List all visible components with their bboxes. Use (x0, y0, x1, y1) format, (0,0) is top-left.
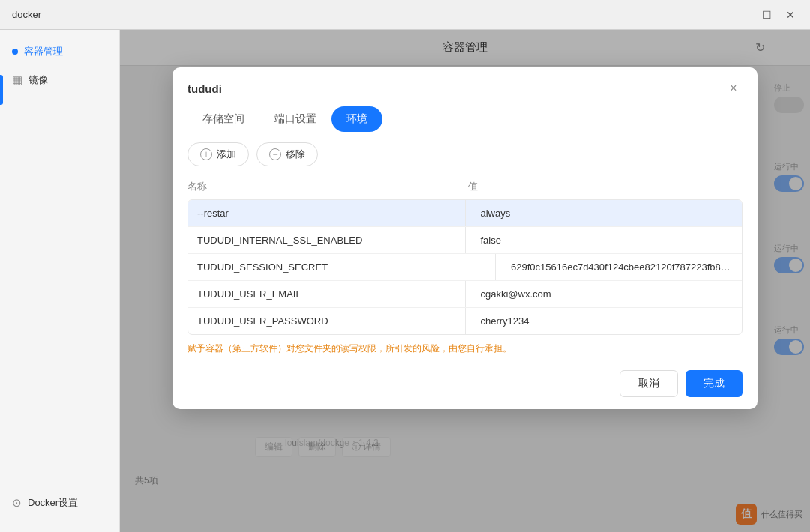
tab-ports[interactable]: 端口设置 (260, 106, 332, 132)
sidebar-item-mirror[interactable]: ▦ 镜像 (0, 66, 119, 94)
add-button[interactable]: + 添加 (188, 142, 249, 166)
env-table-body: --restar always TUDUDI_INTERNAL_SSL_ENAB… (188, 199, 742, 335)
titlebar: docker — ☐ ✕ (0, 0, 810, 30)
tab-environment[interactable]: 环境 (332, 106, 382, 132)
env-name-4: TUDUDI_USER_PASSWORD (188, 308, 459, 334)
remove-label: 移除 (286, 148, 305, 161)
table-row[interactable]: --restar always (188, 200, 742, 227)
env-table: 名称 值 --restar always TUDUDI_INTERNAL_SSL… (172, 177, 758, 335)
modal-overlay: tududi × 存储空间 端口设置 环境 + 添加 − (120, 30, 810, 532)
env-value-4: cherry1234 (472, 308, 742, 334)
app-body: 容器管理 ▦ 镜像 ⊙ Docker设置 容器管理 ↻ 停止 运行中 (0, 30, 810, 532)
minimize-button[interactable]: — (735, 7, 750, 22)
col-value-label: 值 (468, 180, 742, 193)
sidebar: 容器管理 ▦ 镜像 ⊙ Docker设置 (0, 30, 120, 532)
env-name-0: --restar (188, 200, 459, 226)
maximize-button[interactable]: ☐ (759, 7, 774, 22)
col-divider (465, 200, 466, 226)
env-value-2: 629f0c15616ec7d430f124cbee82120f787223fb… (502, 254, 742, 280)
add-label: 添加 (217, 148, 236, 161)
add-icon: + (200, 148, 212, 160)
table-row[interactable]: TUDUDI_USER_EMAIL cgakki@wx.com (188, 281, 742, 308)
warning-text: 赋予容器（第三方软件）对您文件夹的读写权限，所引发的风险，由您自行承担。 (172, 335, 758, 363)
env-value-0: always (472, 200, 742, 226)
sidebar-item-label-mirror: 镜像 (28, 73, 48, 87)
tab-storage[interactable]: 存储空间 (188, 106, 260, 132)
col-divider (495, 254, 496, 280)
modal-close-button[interactable]: × (724, 79, 742, 97)
close-button[interactable]: ✕ (783, 7, 798, 22)
modal-actions: + 添加 − 移除 (172, 132, 758, 177)
modal-footer: 取消 完成 (172, 363, 758, 409)
env-value-3: cgakki@wx.com (472, 281, 742, 307)
table-row[interactable]: TUDUDI_INTERNAL_SSL_ENABLED false (188, 227, 742, 254)
modal-header: tududi × (172, 67, 758, 97)
env-name-2: TUDUDI_SESSION_SECRET (188, 254, 489, 280)
app-title: docker (12, 9, 41, 20)
col-divider (465, 281, 466, 307)
col-divider (465, 308, 466, 334)
sidebar-item-label-docker-settings: Docker设置 (28, 496, 78, 510)
sidebar-item-label-container: 容器管理 (24, 45, 63, 58)
remove-icon: − (269, 148, 281, 160)
env-name-1: TUDUDI_INTERNAL_SSL_ENABLED (188, 227, 459, 253)
table-header: 名称 值 (188, 177, 742, 199)
modal-title: tududi (188, 82, 222, 95)
table-row[interactable]: TUDUDI_SESSION_SECRET 629f0c15616ec7d430… (188, 254, 742, 281)
modal-dialog: tududi × 存储空间 端口设置 环境 + 添加 − (172, 67, 758, 409)
active-indicator (0, 75, 3, 105)
settings-icon: ⊙ (12, 496, 22, 510)
mirror-icon: ▦ (12, 73, 22, 87)
col-name-label: 名称 (188, 180, 462, 193)
env-name-3: TUDUDI_USER_EMAIL (188, 281, 459, 307)
remove-button[interactable]: − 移除 (256, 142, 318, 166)
table-row[interactable]: TUDUDI_USER_PASSWORD cherry1234 (188, 308, 742, 334)
sidebar-item-docker-settings[interactable]: ⊙ Docker设置 (0, 489, 120, 517)
env-value-1: false (472, 227, 742, 253)
active-dot (12, 49, 18, 55)
confirm-button[interactable]: 完成 (686, 370, 742, 397)
cancel-button[interactable]: 取消 (620, 370, 678, 397)
main-content: 容器管理 ↻ 停止 运行中 运行中 运行中 l (120, 30, 810, 532)
col-divider (465, 227, 466, 253)
window-controls: — ☐ ✕ (735, 7, 798, 22)
sidebar-item-container-management[interactable]: 容器管理 (0, 37, 119, 66)
modal-tabs: 存储空间 端口设置 环境 (172, 97, 758, 132)
